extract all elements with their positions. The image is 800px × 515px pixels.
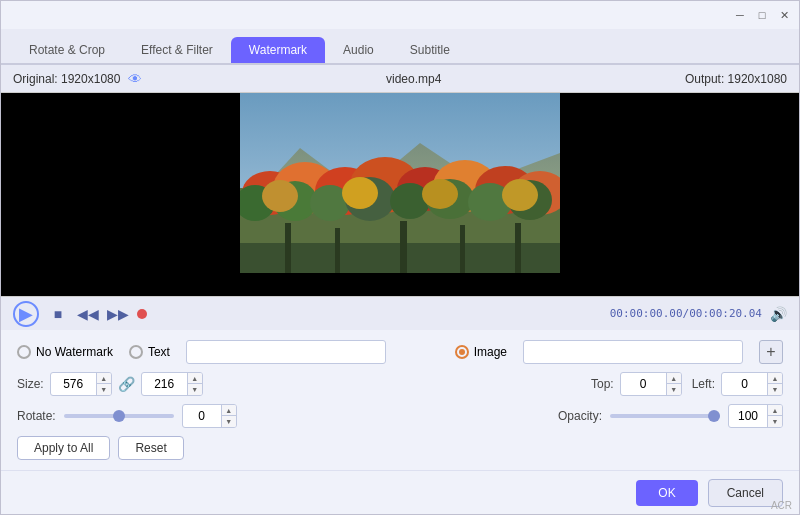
svg-rect-24 — [285, 223, 291, 273]
footer-bar: OK Cancel — [1, 470, 799, 514]
no-watermark-option[interactable]: No Watermark — [17, 345, 113, 359]
stop-button[interactable]: ■ — [47, 303, 69, 325]
left-field-group: Left: ▲ ▼ — [692, 372, 783, 396]
record-indicator — [137, 309, 147, 319]
size-height-input[interactable] — [142, 377, 187, 391]
original-label: Original: 1920x1080 — [13, 72, 120, 86]
opacity-label: Opacity: — [558, 409, 602, 423]
opacity-up[interactable]: ▲ — [768, 405, 782, 416]
acr-watermark: ACR — [771, 500, 792, 511]
filename-label: video.mp4 — [386, 72, 441, 86]
reset-button[interactable]: Reset — [118, 436, 183, 460]
text-watermark-input[interactable] — [186, 340, 386, 364]
no-watermark-label: No Watermark — [36, 345, 113, 359]
opacity-down[interactable]: ▼ — [768, 416, 782, 427]
watermark-panel: No Watermark Text Image + Size: — [1, 330, 799, 470]
rotate-label: Rotate: — [17, 409, 56, 423]
rotate-down[interactable]: ▼ — [222, 416, 236, 427]
top-field-group: Top: ▲ ▼ — [591, 372, 682, 396]
opacity-spinner[interactable]: ▲ ▼ — [728, 404, 783, 428]
main-window: ─ □ ✕ Rotate & Crop Effect & Filter Wate… — [0, 0, 800, 515]
close-button[interactable]: ✕ — [777, 8, 791, 22]
action-buttons-row: Apply to All Reset — [17, 436, 783, 460]
add-image-button[interactable]: + — [759, 340, 783, 364]
top-spinner[interactable]: ▲ ▼ — [620, 372, 682, 396]
svg-rect-28 — [515, 223, 521, 273]
image-watermark-input[interactable] — [523, 340, 743, 364]
visibility-icon[interactable]: 👁 — [128, 71, 142, 87]
size-position-row: Size: ▲ ▼ 🔗 ▲ ▼ — [17, 372, 783, 396]
playback-controls: ▶ ■ ◀◀ ▶▶ 00:00:00.00/00:00:20.04 🔊 — [1, 296, 799, 330]
left-up[interactable]: ▲ — [768, 373, 782, 384]
time-total: 00:00:20.04 — [689, 307, 762, 320]
tab-watermark[interactable]: Watermark — [231, 37, 325, 63]
left-arrows: ▲ ▼ — [767, 373, 782, 395]
size-height-down[interactable]: ▼ — [188, 384, 202, 395]
link-icon[interactable]: 🔗 — [118, 376, 135, 392]
size-height-arrows: ▲ ▼ — [187, 373, 202, 395]
size-width-input[interactable] — [51, 377, 96, 391]
volume-icon[interactable]: 🔊 — [770, 306, 787, 322]
original-resolution: Original: 1920x1080 👁 — [13, 71, 142, 87]
tab-rotate-crop[interactable]: Rotate & Crop — [11, 37, 123, 63]
opacity-group: Opacity: ▲ ▼ — [558, 404, 783, 428]
size-height-spinner[interactable]: ▲ ▼ — [141, 372, 203, 396]
top-down[interactable]: ▼ — [667, 384, 681, 395]
rotate-spinner[interactable]: ▲ ▼ — [182, 404, 237, 428]
size-field-group: Size: ▲ ▼ 🔗 ▲ ▼ — [17, 372, 203, 396]
tab-audio[interactable]: Audio — [325, 37, 392, 63]
left-label: Left: — [692, 377, 715, 391]
title-bar: ─ □ ✕ — [1, 1, 799, 29]
svg-rect-26 — [400, 221, 407, 273]
rotate-opacity-row: Rotate: ▲ ▼ Opacity: ▲ — [17, 404, 783, 428]
rotate-arrows: ▲ ▼ — [221, 405, 236, 427]
left-down[interactable]: ▼ — [768, 384, 782, 395]
ok-button[interactable]: OK — [636, 480, 697, 506]
tab-subtitle[interactable]: Subtitle — [392, 37, 468, 63]
time-current: 00:00:00.00 — [610, 307, 683, 320]
svg-point-21 — [422, 179, 458, 209]
size-width-arrows: ▲ ▼ — [96, 373, 111, 395]
opacity-arrows: ▲ ▼ — [767, 405, 782, 427]
svg-rect-25 — [335, 228, 340, 273]
size-width-spinner[interactable]: ▲ ▼ — [50, 372, 112, 396]
size-label: Size: — [17, 377, 44, 391]
text-watermark-option[interactable]: Text — [129, 345, 170, 359]
next-frame-button[interactable]: ▶▶ — [107, 303, 129, 325]
video-right-black — [560, 93, 799, 296]
video-left-black — [1, 93, 240, 296]
image-watermark-option[interactable]: Image — [455, 345, 507, 359]
video-frame — [240, 93, 560, 296]
text-watermark-radio[interactable] — [129, 345, 143, 359]
top-up[interactable]: ▲ — [667, 373, 681, 384]
size-width-down[interactable]: ▼ — [97, 384, 111, 395]
image-watermark-label: Image — [474, 345, 507, 359]
text-watermark-label: Text — [148, 345, 170, 359]
image-watermark-radio[interactable] — [455, 345, 469, 359]
video-preview — [1, 93, 799, 296]
minimize-button[interactable]: ─ — [733, 8, 747, 22]
time-display: 00:00:00.00/00:00:20.04 — [610, 307, 762, 320]
svg-point-20 — [342, 177, 378, 209]
size-width-up[interactable]: ▲ — [97, 373, 111, 384]
rotate-input[interactable] — [183, 409, 221, 423]
top-arrows: ▲ ▼ — [666, 373, 681, 395]
tab-effect-filter[interactable]: Effect & Filter — [123, 37, 231, 63]
apply-to-all-button[interactable]: Apply to All — [17, 436, 110, 460]
rotate-up[interactable]: ▲ — [222, 405, 236, 416]
no-watermark-radio[interactable] — [17, 345, 31, 359]
prev-frame-button[interactable]: ◀◀ — [77, 303, 99, 325]
left-spinner[interactable]: ▲ ▼ — [721, 372, 783, 396]
top-label: Top: — [591, 377, 614, 391]
opacity-input[interactable] — [729, 409, 767, 423]
watermark-type-row: No Watermark Text Image + — [17, 340, 783, 364]
left-input[interactable] — [722, 377, 767, 391]
opacity-slider[interactable] — [610, 414, 720, 418]
svg-point-22 — [502, 179, 538, 211]
rotate-slider[interactable] — [64, 414, 174, 418]
size-height-up[interactable]: ▲ — [188, 373, 202, 384]
top-input[interactable] — [621, 377, 666, 391]
video-info-bar: Original: 1920x1080 👁 video.mp4 Output: … — [1, 65, 799, 93]
play-button[interactable]: ▶ — [13, 301, 39, 327]
maximize-button[interactable]: □ — [755, 8, 769, 22]
